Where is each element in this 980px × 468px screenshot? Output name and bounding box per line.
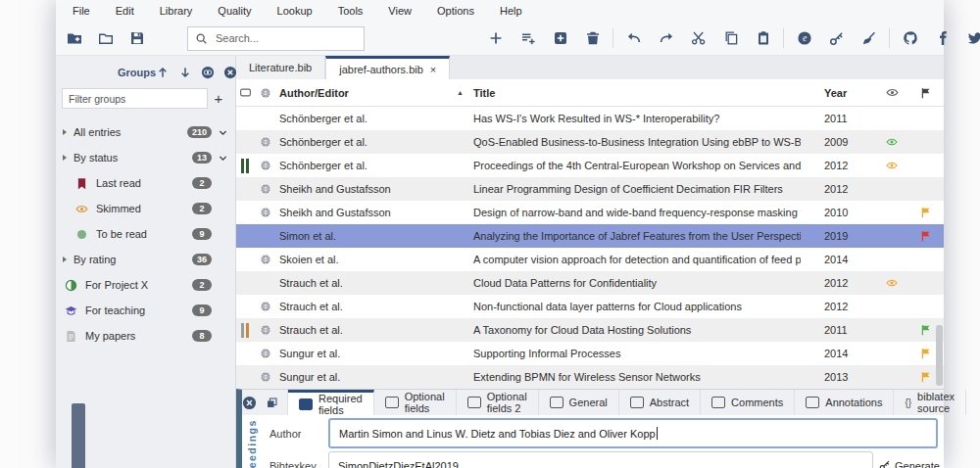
column-title[interactable]: Title	[471, 87, 801, 99]
author-cell: Sungur et al.	[277, 348, 471, 359]
paste-icon[interactable]	[755, 30, 771, 47]
table-row[interactable]: Schönberger et al.QoS-Enabled Business-t…	[236, 130, 944, 154]
editor-tab-optional-fields[interactable]: Optional fields	[374, 390, 457, 415]
entry-editor: Required fieldsOptional fieldsOptional f…	[236, 389, 944, 468]
new-entry-icon[interactable]	[487, 30, 504, 47]
menu-help[interactable]: Help	[487, 5, 535, 17]
group-item-all-entries[interactable]: All entries210	[56, 119, 235, 145]
arrow-down-icon[interactable]	[178, 66, 192, 79]
new-library-icon[interactable]	[66, 30, 82, 47]
copy-icon[interactable]	[722, 30, 739, 47]
table-row[interactable]: Strauch et al.Non-functional data layer …	[236, 295, 944, 318]
column-year[interactable]: Year	[801, 87, 875, 99]
editor-tab-annotations[interactable]: Annotations	[795, 390, 894, 415]
column-url[interactable]	[254, 87, 277, 99]
editor-tab-abstract[interactable]: Abstract	[619, 390, 701, 415]
column-author[interactable]: Author/Editor ▲	[277, 87, 471, 99]
editor-tab-optional-fields-2[interactable]: Optional fields 2	[457, 390, 539, 415]
expander-icon[interactable]	[63, 129, 74, 135]
table-row[interactable]: Sungur et al.Supporting Informal Process…	[236, 342, 944, 365]
undo-icon[interactable]	[625, 30, 642, 47]
title-cell: Non-functional data layer patterns for C…	[471, 301, 801, 312]
library-tab-jabref-authors.bib[interactable]: jabref-authors.bib×	[325, 56, 450, 79]
editor-tab-biblatex-source[interactable]: {}biblatex source	[894, 390, 966, 415]
table-row[interactable]: Simon et al.Analyzing the Importance of …	[236, 224, 944, 248]
editor-tab-required-fields[interactable]: Required fields	[288, 390, 374, 415]
bibtexkey-input[interactable]: SimonDietzDiezEtAl2019	[328, 451, 873, 468]
cut-icon[interactable]	[690, 30, 707, 47]
group-item-my-papers[interactable]: My papers8	[56, 323, 235, 349]
author-cell: Schönberger et al.	[277, 160, 471, 171]
cleanup-icon[interactable]	[860, 30, 877, 47]
facebook-icon[interactable]	[934, 30, 951, 47]
table-row[interactable]: Sheikh and GustafssonDesign of narrow-ba…	[236, 201, 944, 224]
group-item-by-status[interactable]: By status13	[56, 145, 235, 170]
menu-edit[interactable]: Edit	[103, 5, 147, 17]
chevron-down-icon[interactable]	[212, 153, 228, 164]
table-scrollbar[interactable]	[936, 325, 943, 386]
author-value: Martin Simon and Linus W. Dietz and Tobi…	[339, 428, 656, 440]
keygen-icon[interactable]	[828, 30, 845, 47]
close-circle-icon[interactable]	[223, 66, 237, 79]
menu-quality[interactable]: Quality	[205, 5, 264, 17]
library-tab-Literature.bib[interactable]: Literature.bib	[236, 56, 325, 79]
chevron-down-icon[interactable]	[212, 127, 228, 138]
group-label: To be read	[96, 228, 192, 240]
table-row[interactable]: Schönberger et al.Has WS-I's Work Result…	[236, 107, 944, 130]
generate-key-button[interactable]: Generate	[879, 459, 944, 468]
menu-view[interactable]: View	[375, 5, 424, 17]
readstatus-cell	[875, 136, 908, 148]
group-item-for-teaching[interactable]: For teaching9	[56, 298, 235, 323]
editor-tab-comments[interactable]: Comments	[701, 390, 795, 415]
title-cell: Linear Programming Design of Coefficient…	[471, 183, 801, 195]
table-row[interactable]: Sheikh and GustafssonLinear Programming …	[236, 177, 944, 201]
new-entry-plain-icon[interactable]	[519, 30, 536, 47]
table-row[interactable]: Strauch et al.A Taxonomy for Cloud Data …	[236, 318, 944, 342]
open-library-icon[interactable]	[97, 30, 114, 47]
group-item-last-read[interactable]: Last read2	[56, 170, 235, 196]
search-box[interactable]	[187, 26, 365, 51]
group-item-for-project-x[interactable]: For Project X2	[56, 272, 235, 298]
column-priority[interactable]	[908, 87, 944, 99]
toolbar-group: e	[796, 30, 877, 47]
fetch-web-icon[interactable]: e	[796, 30, 812, 47]
attachment-bars-icon	[241, 323, 249, 338]
add-group-button[interactable]: +	[208, 89, 229, 108]
year-cell: 2012	[801, 301, 875, 312]
author-cell: Skoien et al.	[277, 254, 471, 265]
add-box-icon[interactable]	[552, 30, 568, 47]
menu-lookup[interactable]: Lookup	[265, 5, 325, 17]
search-input[interactable]	[214, 31, 357, 45]
redo-icon[interactable]	[658, 30, 674, 47]
save-library-icon[interactable]	[128, 30, 145, 47]
menu-tools[interactable]: Tools	[325, 5, 376, 17]
title-cell: Proceedings of the 4th Central-European …	[471, 160, 801, 171]
table-row[interactable]: Sungur et al.Extending BPMN for Wireless…	[236, 365, 944, 389]
column-file[interactable]	[236, 86, 254, 99]
github-icon[interactable]	[902, 30, 918, 47]
table-row[interactable]: Skoien et al.A computer vision approach …	[236, 248, 944, 271]
column-readstatus[interactable]	[875, 86, 908, 99]
delete-entry-icon[interactable]	[584, 30, 601, 47]
title-cell: Extending BPMN for Wireless Sensor Netwo…	[471, 371, 801, 383]
menu-options[interactable]: Options	[424, 5, 487, 17]
menu-file[interactable]: File	[60, 5, 103, 17]
table-row[interactable]: Schönberger et al.Proceedings of the 4th…	[236, 154, 944, 177]
group-item-by-rating[interactable]: By rating36	[56, 247, 235, 272]
filter-groups-input[interactable]	[62, 88, 208, 109]
close-tab-icon[interactable]: ×	[430, 64, 436, 75]
expander-icon[interactable]	[63, 257, 74, 262]
globe-icon	[260, 371, 271, 383]
group-item-to-be-read[interactable]: To be read9	[56, 221, 235, 247]
close-entry-editor-button[interactable]	[242, 390, 257, 415]
twitter-icon[interactable]	[966, 30, 980, 47]
table-row[interactable]: Strauch et al.Cloud Data Patterns for Co…	[236, 271, 944, 295]
expander-icon[interactable]	[63, 155, 74, 161]
editor-tab-general[interactable]: General	[539, 390, 619, 415]
author-input[interactable]: Martin Simon and Linus W. Dietz and Tobi…	[328, 418, 938, 448]
union-icon[interactable]	[201, 66, 215, 79]
menu-library[interactable]: Library	[147, 5, 206, 17]
arrow-up-icon[interactable]	[156, 66, 170, 79]
group-item-skimmed[interactable]: Skimmed2	[56, 196, 235, 221]
tab-related-articles[interactable]	[257, 390, 288, 415]
